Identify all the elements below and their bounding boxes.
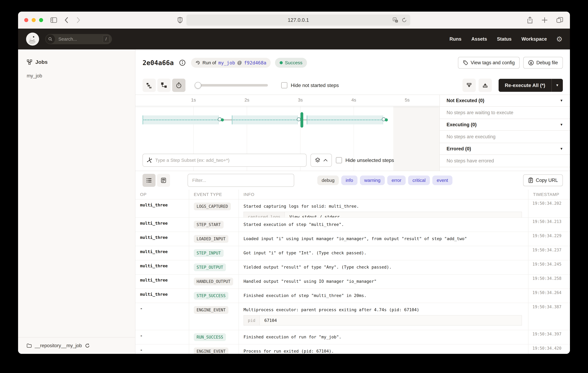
gantt-marker-tall-bar[interactable] bbox=[301, 112, 303, 128]
expand-all-button[interactable] bbox=[479, 79, 492, 92]
sidebar-item-my-job[interactable]: my_job bbox=[18, 65, 135, 79]
zoom-window-button[interactable] bbox=[39, 18, 43, 22]
job-link[interactable]: my_job bbox=[218, 60, 235, 66]
new-tab-icon[interactable] bbox=[542, 17, 548, 23]
status-section-empty-text: No steps are waiting to execute bbox=[440, 107, 570, 119]
nav-item-assets[interactable]: Assets bbox=[471, 36, 487, 42]
timestamp-text: 19:50:34.420 bbox=[532, 346, 561, 351]
step-status-panel: Not Executed (0) ▼ No steps are waiting … bbox=[440, 95, 570, 171]
zoom-slider-thumb[interactable] bbox=[195, 82, 201, 88]
dagster-logo[interactable] bbox=[25, 32, 40, 46]
step-waiting-span[interactable] bbox=[143, 115, 219, 124]
forward-button[interactable] bbox=[76, 17, 81, 23]
waterfall-view-button[interactable] bbox=[157, 79, 171, 92]
gantt-chart[interactable]: 1s2s3s4s5s bbox=[136, 95, 440, 171]
structured-view-button[interactable] bbox=[157, 174, 170, 187]
log-filter-input[interactable] bbox=[192, 178, 290, 183]
minimize-window-button[interactable] bbox=[32, 18, 36, 22]
status-section-title: Not Executed (0) bbox=[447, 98, 484, 103]
commit-link[interactable]: f92d468a bbox=[244, 60, 266, 66]
log-level-filter-info[interactable]: info bbox=[341, 176, 357, 185]
reexecute-caret-button[interactable]: ▼ bbox=[551, 79, 563, 92]
gantt-marker-open-circle[interactable] bbox=[297, 117, 301, 121]
table-row[interactable]: multi_three STEP_START Started execution… bbox=[136, 217, 570, 232]
op-cell-text: multi_three bbox=[140, 278, 168, 283]
table-row[interactable]: multi_three STEP_OUTPUT Yielded output "… bbox=[136, 260, 570, 274]
copy-url-label: Copy URL bbox=[536, 177, 558, 183]
step-waiting-span[interactable] bbox=[232, 115, 298, 124]
chevron-down-icon: ▼ bbox=[560, 123, 563, 127]
nav-item-status[interactable]: Status bbox=[497, 36, 512, 42]
download-icon bbox=[528, 60, 534, 66]
global-search[interactable]: / bbox=[45, 34, 112, 44]
chevron-up-icon bbox=[324, 159, 327, 162]
refresh-icon[interactable] bbox=[85, 343, 90, 348]
graph-query-toggle-button[interactable] bbox=[311, 154, 332, 167]
metadata-label: pid bbox=[244, 316, 260, 325]
info-text: Finished execution of run for "my_job". bbox=[243, 333, 528, 339]
table-row[interactable]: - RUN_SUCCESS Finished execution of run … bbox=[136, 330, 570, 344]
share-icon[interactable] bbox=[527, 17, 533, 23]
view-tags-config-button[interactable]: View tags and config bbox=[458, 57, 520, 69]
table-row[interactable]: multi_three LOGS_CAPTURED Started captur… bbox=[136, 199, 570, 217]
debug-file-button[interactable]: Debug file bbox=[523, 57, 563, 69]
log-level-filter-event[interactable]: event bbox=[432, 176, 452, 185]
table-row[interactable]: multi_three HANDLED_OUTPUT Handled outpu… bbox=[136, 274, 570, 288]
status-section-title: Executing (0) bbox=[447, 122, 477, 128]
repository-name[interactable]: __repository__my_job bbox=[35, 343, 82, 348]
stdout-list-view-button[interactable] bbox=[143, 174, 156, 187]
table-row[interactable]: multi_three STEP_SUCCESS Finished execut… bbox=[136, 288, 570, 303]
tabs-overview-icon[interactable] bbox=[556, 17, 563, 23]
reload-icon[interactable] bbox=[402, 17, 407, 23]
hide-not-started-label: Hide not started steps bbox=[291, 83, 339, 88]
axis-tick-3s: 3s bbox=[298, 97, 303, 103]
folder-icon bbox=[27, 343, 32, 348]
hide-not-started-checkbox[interactable] bbox=[281, 82, 287, 88]
status-section: Errored (0) ▼ No steps have errored bbox=[440, 143, 570, 167]
log-level-filter-error[interactable]: error bbox=[387, 176, 406, 185]
gantt-marker-dot[interactable] bbox=[385, 118, 388, 121]
status-section-header[interactable]: Executing (0) ▼ bbox=[440, 119, 570, 131]
nav-item-workspace[interactable]: Workspace bbox=[521, 36, 547, 42]
hide-unselected-checkbox[interactable] bbox=[336, 157, 342, 163]
timestamp-text: 19:50:34.387 bbox=[532, 305, 561, 309]
gantt-marker-dot[interactable] bbox=[221, 118, 224, 121]
step-subset-field[interactable] bbox=[143, 154, 306, 167]
info-icon[interactable] bbox=[179, 59, 186, 66]
info-text: Started capturing logs for solid: multi_… bbox=[243, 203, 528, 208]
collapse-all-button[interactable] bbox=[462, 79, 476, 92]
timed-view-button[interactable] bbox=[172, 79, 185, 92]
log-filter-field[interactable] bbox=[188, 174, 294, 187]
log-level-filter-warning[interactable]: warning bbox=[360, 176, 385, 185]
search-icon bbox=[46, 34, 55, 44]
flat-view-button[interactable] bbox=[143, 79, 156, 92]
log-toolbar: debug info warning error critical event … bbox=[136, 171, 570, 190]
url-bar[interactable]: 127.0.0.1 A文 bbox=[186, 14, 410, 26]
step-subset-input[interactable] bbox=[155, 158, 303, 163]
reexecute-all-button[interactable]: Re-execute All (*) bbox=[499, 79, 551, 92]
table-row[interactable]: multi_three STEP_INPUT Got input "i" of … bbox=[136, 246, 570, 260]
table-row[interactable]: - ENGINE_EVENT Multiprocess executor: pa… bbox=[136, 303, 570, 330]
table-row[interactable]: - ENGINE_EVENT Process for run exited (p… bbox=[136, 344, 570, 354]
status-section-header[interactable]: Not Executed (0) ▼ bbox=[440, 95, 570, 107]
table-row[interactable]: multi_three LOADED_INPUT Loaded input "i… bbox=[136, 232, 570, 246]
status-section-header[interactable]: Errored (0) ▼ bbox=[440, 143, 570, 155]
metadata-value[interactable]: View stdout / stderr bbox=[285, 212, 344, 217]
back-button[interactable] bbox=[64, 17, 69, 23]
step-waiting-span[interactable] bbox=[307, 115, 383, 124]
chevron-down-icon: ▼ bbox=[560, 99, 563, 103]
log-level-filter-debug[interactable]: debug bbox=[317, 176, 339, 185]
sidebar-toggle-icon[interactable] bbox=[51, 17, 57, 23]
clipboard-icon bbox=[528, 177, 533, 183]
run-of-pill: Run of my_job @ f92d468a bbox=[191, 58, 271, 68]
gantt-section: 1s2s3s4s5s bbox=[136, 95, 570, 171]
copy-url-button[interactable]: Copy URL bbox=[523, 175, 563, 186]
nav-item-runs[interactable]: Runs bbox=[450, 36, 462, 42]
search-input[interactable] bbox=[55, 36, 94, 42]
translate-icon[interactable]: A文 bbox=[393, 17, 398, 23]
close-window-button[interactable] bbox=[24, 18, 28, 22]
log-level-filter-critical[interactable]: critical bbox=[408, 176, 430, 185]
zoom-slider[interactable] bbox=[195, 84, 268, 87]
shield-icon[interactable] bbox=[178, 17, 182, 23]
gear-icon[interactable]: ⚙ bbox=[556, 35, 563, 43]
